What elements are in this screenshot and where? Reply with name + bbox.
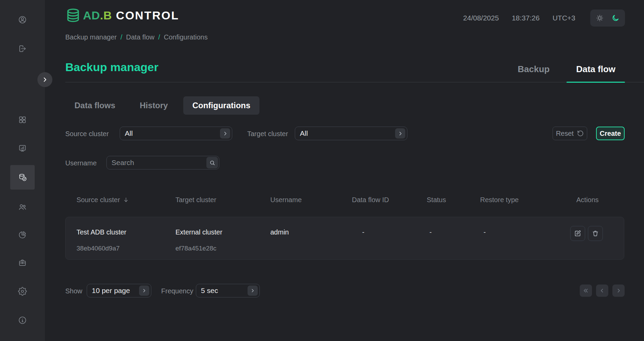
subtab-history[interactable]: History bbox=[131, 96, 177, 115]
tab-data-flow[interactable]: Data flow bbox=[566, 64, 625, 82]
moon-icon[interactable] bbox=[611, 14, 620, 22]
header-date: 24/08/2025 bbox=[463, 14, 499, 22]
gear-icon[interactable] bbox=[15, 284, 30, 299]
frequency-label: Frequency bbox=[161, 287, 193, 295]
first-page-button[interactable] bbox=[580, 285, 592, 297]
previous-page-button[interactable] bbox=[596, 285, 608, 297]
backup-database-icon[interactable] bbox=[15, 170, 30, 185]
breadcrumb-data-flow[interactable]: Data flow bbox=[126, 33, 154, 41]
chevron-right-icon bbox=[398, 131, 403, 136]
reset-label: Reset bbox=[556, 130, 574, 137]
page-title: Backup manager bbox=[65, 61, 158, 74]
subtab-configurations[interactable]: Configurations bbox=[183, 96, 260, 115]
row-data-flow-id: - bbox=[362, 228, 427, 236]
double-chevron-left-icon bbox=[583, 288, 589, 294]
source-cluster-id: 38eb4060d9a7 bbox=[77, 245, 175, 252]
dashboard-grid-icon[interactable] bbox=[15, 112, 30, 127]
pagination bbox=[580, 285, 625, 297]
column-restore-type[interactable]: Restore type bbox=[480, 196, 576, 204]
source-cluster-label: Source cluster bbox=[65, 130, 109, 137]
breadcrumb: Backup manager / Data flow / Configurati… bbox=[65, 33, 208, 41]
delete-button[interactable] bbox=[588, 226, 603, 241]
target-cluster-value: All bbox=[300, 129, 308, 137]
source-cluster-chevron[interactable] bbox=[220, 128, 230, 139]
target-cluster-id: ef78a451e28c bbox=[175, 245, 270, 252]
username-search-input[interactable] bbox=[107, 156, 219, 169]
frequency-select[interactable]: 5 sec bbox=[196, 284, 260, 297]
chevron-right-icon bbox=[615, 288, 622, 294]
frequency-chevron[interactable] bbox=[248, 286, 258, 296]
per-page-select[interactable]: 10 per page bbox=[87, 284, 151, 297]
target-cluster-label: Target cluster bbox=[247, 130, 288, 137]
cell-actions bbox=[570, 217, 617, 259]
chevron-right-icon bbox=[42, 77, 48, 83]
sidebar-expand-button[interactable] bbox=[37, 72, 52, 87]
search-icon[interactable] bbox=[206, 157, 218, 168]
frequency-value: 5 sec bbox=[201, 287, 218, 295]
pie-chart-icon[interactable] bbox=[15, 227, 30, 242]
source-cluster-name: Test ADB cluster bbox=[77, 228, 175, 236]
per-page-value: 10 per page bbox=[92, 287, 130, 295]
column-status[interactable]: Status bbox=[427, 196, 480, 204]
cell-status: - bbox=[427, 217, 480, 259]
chevron-right-icon bbox=[250, 288, 255, 293]
logout-icon[interactable] bbox=[15, 41, 30, 56]
username-label: Username bbox=[65, 159, 97, 167]
target-cluster-chevron[interactable] bbox=[395, 128, 405, 139]
row-restore-type: - bbox=[484, 228, 576, 236]
reset-button[interactable]: Reset bbox=[553, 127, 587, 140]
top-tabs: Backup Data flow bbox=[508, 64, 625, 82]
theme-toggle[interactable] bbox=[590, 10, 625, 27]
table-header: Source cluster Target cluster Username D… bbox=[77, 196, 624, 204]
subtabs: Data flows History Configurations bbox=[65, 96, 259, 115]
edit-button[interactable] bbox=[570, 226, 585, 241]
main-content: AD.BCONTROL 24/08/2025 18:37:26 UTC+3 Ba… bbox=[45, 0, 644, 341]
row-status: - bbox=[429, 228, 480, 236]
source-cluster-value: All bbox=[125, 129, 133, 137]
edit-pencil-icon bbox=[574, 230, 581, 237]
user-account-icon[interactable] bbox=[15, 12, 30, 27]
table-row[interactable]: Test ADB cluster 38eb4060d9a7 External c… bbox=[65, 217, 624, 260]
sun-icon[interactable] bbox=[596, 14, 604, 22]
create-label: Create bbox=[600, 130, 621, 137]
next-page-button[interactable] bbox=[612, 285, 625, 297]
breadcrumb-separator: / bbox=[154, 33, 164, 41]
username-search-box bbox=[106, 156, 219, 169]
users-icon[interactable] bbox=[15, 199, 30, 214]
tab-backup[interactable]: Backup bbox=[508, 64, 559, 82]
database-logo-icon bbox=[65, 7, 81, 23]
cell-restore-type: - bbox=[480, 217, 576, 259]
chevron-right-icon bbox=[142, 288, 147, 293]
chevron-left-icon bbox=[599, 288, 605, 294]
cell-source-cluster: Test ADB cluster 38eb4060d9a7 bbox=[77, 217, 175, 259]
source-cluster-select[interactable]: All bbox=[120, 127, 232, 140]
column-username[interactable]: Username bbox=[270, 196, 352, 204]
cell-username: admin bbox=[270, 217, 352, 259]
briefcase-icon[interactable] bbox=[15, 255, 30, 270]
logo-control: CONTROL bbox=[116, 9, 179, 22]
monitoring-icon[interactable] bbox=[15, 141, 30, 156]
column-target-cluster[interactable]: Target cluster bbox=[175, 196, 270, 204]
chevron-right-icon bbox=[223, 131, 228, 136]
app-logo[interactable]: AD.BCONTROL bbox=[65, 7, 179, 23]
cell-data-flow-id: - bbox=[352, 217, 427, 259]
per-page-chevron[interactable] bbox=[139, 286, 149, 296]
info-icon[interactable] bbox=[15, 313, 30, 328]
create-button[interactable]: Create bbox=[596, 127, 625, 140]
show-label: Show bbox=[65, 287, 82, 295]
logo-ad: AD bbox=[83, 9, 100, 22]
breadcrumb-configurations[interactable]: Configurations bbox=[164, 33, 208, 41]
breadcrumb-separator: / bbox=[117, 33, 126, 41]
refresh-icon bbox=[577, 130, 584, 137]
header-timezone: UTC+3 bbox=[553, 14, 575, 22]
sort-desc-arrow-icon bbox=[123, 197, 129, 203]
breadcrumb-backup-manager[interactable]: Backup manager bbox=[65, 33, 117, 41]
trash-icon bbox=[592, 230, 599, 237]
logo-dot-b: .B bbox=[100, 9, 112, 22]
column-data-flow-id[interactable]: Data flow ID bbox=[352, 196, 427, 204]
sidebar bbox=[0, 0, 45, 341]
row-username: admin bbox=[270, 228, 352, 236]
subtab-data-flows[interactable]: Data flows bbox=[65, 96, 124, 115]
column-source-cluster[interactable]: Source cluster bbox=[77, 196, 175, 204]
target-cluster-select[interactable]: All bbox=[295, 127, 407, 140]
